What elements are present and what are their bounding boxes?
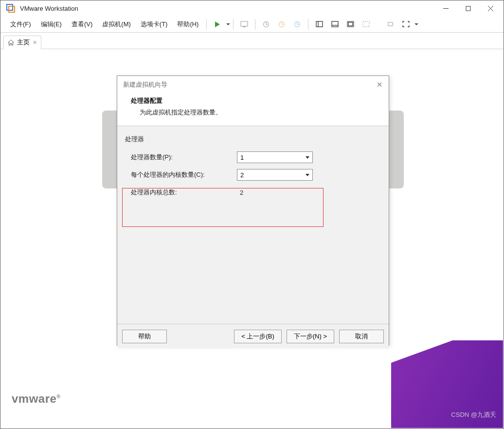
cores-row: 每个处理器的内核数量(C): 2	[125, 166, 381, 184]
watermark: CSDN @九酒夭	[451, 410, 496, 419]
dialog-header: 处理器配置 为此虚拟机指定处理器数量。	[117, 93, 389, 126]
close-icon[interactable]: ✕	[33, 39, 37, 46]
snapshot-icon[interactable]	[260, 18, 272, 31]
view-single-icon[interactable]	[313, 18, 325, 31]
svg-rect-14	[332, 21, 338, 27]
dialog-titlebar: 新建虚拟机向导 ✕	[117, 76, 389, 93]
menu-tabs[interactable]: 选项卡(T)	[136, 18, 173, 31]
cancel-button[interactable]: 取消	[339, 330, 384, 343]
svg-rect-3	[466, 6, 470, 11]
dialog-close-button[interactable]: ✕	[377, 80, 383, 89]
window-title: VMware Workstation	[20, 5, 434, 12]
play-dropdown-icon[interactable]	[226, 23, 230, 25]
tab-home[interactable]: 主页 ✕	[3, 36, 41, 49]
cores-label: 每个处理器的内核数量(C):	[131, 170, 237, 179]
maximize-button[interactable]	[457, 1, 479, 16]
menubar: 文件(F) 编辑(E) 查看(V) 虚拟机(M) 选项卡(T) 帮助(H)	[0, 16, 504, 33]
svg-rect-0	[7, 4, 13, 10]
total-label: 处理器内核总数:	[131, 188, 237, 197]
titlebar: VMware Workstation	[0, 0, 504, 16]
screenshot-icon[interactable]	[238, 18, 251, 31]
proc-count-value: 1	[240, 154, 244, 161]
separator	[206, 19, 207, 30]
svg-rect-16	[348, 22, 353, 26]
proc-count-label: 处理器数量(P):	[131, 153, 237, 162]
next-button[interactable]: 下一步(N) >	[287, 330, 334, 343]
cores-value: 2	[240, 171, 244, 179]
menu-file[interactable]: 文件(F)	[5, 18, 36, 31]
separator	[255, 19, 255, 30]
group-label: 处理器	[125, 135, 381, 144]
menu-help[interactable]: 帮助(H)	[172, 18, 203, 31]
proc-count-select[interactable]: 1	[237, 151, 313, 163]
new-vm-wizard-dialog: 新建虚拟机向导 ✕ 处理器配置 为此虚拟机指定处理器数量。 处理器 处理器数量(…	[117, 75, 389, 346]
fullscreen-dropdown-icon[interactable]	[414, 23, 418, 25]
cores-select[interactable]: 2	[237, 169, 313, 181]
view-thumbnail-icon[interactable]	[328, 18, 341, 31]
total-row: 处理器内核总数: 2	[125, 184, 381, 201]
snapshot-manage-icon[interactable]	[291, 18, 304, 31]
vmware-logo: vmware®	[12, 392, 60, 406]
separator	[233, 19, 234, 30]
menu-vm[interactable]: 虚拟机(M)	[97, 18, 136, 31]
stretch-icon[interactable]	[384, 18, 396, 31]
snapshot-revert-icon[interactable]	[275, 18, 288, 31]
workspace: 新建虚拟机向导 ✕ 处理器配置 为此虚拟机指定处理器数量。 处理器 处理器数量(…	[1, 50, 503, 428]
svg-rect-1	[9, 6, 15, 12]
menu-edit[interactable]: 编辑(E)	[36, 18, 67, 31]
back-button[interactable]: < 上一步(B)	[234, 330, 282, 343]
home-icon	[8, 39, 14, 46]
dialog-heading: 处理器配置	[131, 96, 375, 105]
play-icon[interactable]	[211, 18, 224, 31]
tab-label: 主页	[17, 38, 30, 47]
fullscreen-icon[interactable]	[399, 18, 412, 31]
unity-icon[interactable]	[360, 18, 372, 31]
help-button[interactable]: 帮助	[122, 330, 167, 343]
chevron-down-icon	[306, 174, 309, 176]
svg-rect-19	[388, 22, 393, 26]
tabbar: 主页 ✕	[0, 33, 504, 49]
svg-rect-7	[241, 21, 248, 26]
separator	[308, 19, 308, 30]
vmware-icon	[6, 4, 15, 13]
total-value: 2	[237, 189, 243, 196]
proc-count-row: 处理器数量(P): 1	[125, 149, 381, 166]
dialog-subtitle: 为此虚拟机指定处理器数量。	[131, 108, 375, 117]
menu-view[interactable]: 查看(V)	[67, 18, 97, 31]
dialog-footer: 帮助 < 上一步(B) 下一步(N) > 取消	[117, 324, 389, 348]
close-button[interactable]	[479, 1, 502, 16]
dialog-body: 处理器 处理器数量(P): 1 每个处理器的内核数量(C): 2 处理器内核总数…	[117, 126, 389, 324]
view-multiple-icon[interactable]	[344, 18, 357, 31]
svg-rect-8	[243, 26, 246, 27]
svg-rect-12	[316, 21, 323, 27]
svg-marker-6	[215, 21, 220, 27]
minimize-button[interactable]	[434, 1, 457, 16]
svg-rect-18	[363, 21, 369, 27]
chevron-down-icon	[306, 156, 309, 159]
dialog-title: 新建虚拟机向导	[123, 80, 377, 89]
